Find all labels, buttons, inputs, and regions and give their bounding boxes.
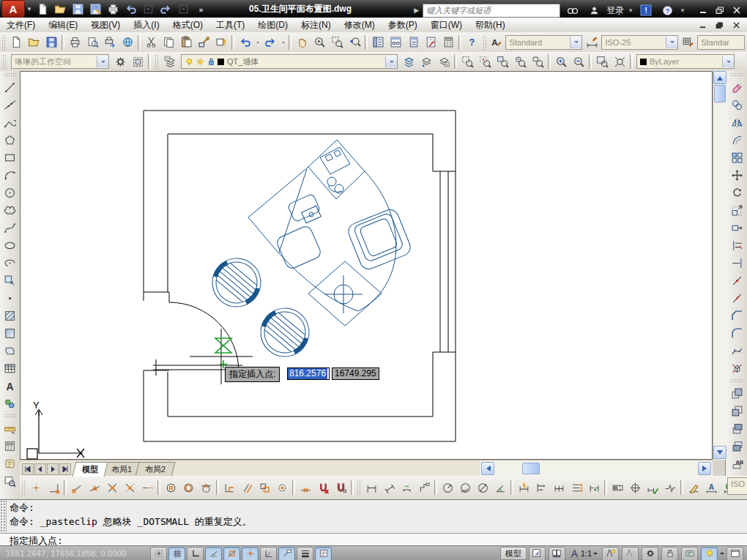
undo-icon[interactable] [236,34,253,51]
horizontal-scroll-thumb[interactable] [522,463,540,474]
mirror-icon[interactable] [728,113,746,131]
menu-item-6[interactable]: 绘图(D) [251,18,294,33]
status-toggle-lwt[interactable] [297,547,313,560]
zoomdyn-icon[interactable] [476,53,494,70]
toolbar-grip[interactable] [1,35,6,50]
toolbar-grip[interactable] [4,414,17,418]
pan-icon[interactable] [293,34,311,51]
hatch-icon[interactable] [1,307,19,324]
xline-icon[interactable] [1,96,19,113]
pline-icon[interactable] [1,113,19,131]
dim-style-combo[interactable]: ISO-25 [601,35,678,50]
toolbar-grip[interactable] [730,378,743,383]
copyclip-icon[interactable] [160,34,177,51]
spline-icon[interactable] [1,219,19,236]
clean-screen-icon[interactable] [726,547,743,560]
vertical-scroll-thumb[interactable] [714,85,726,102]
table-style-combo[interactable]: Standar [697,35,745,50]
inspect-icon[interactable] [644,479,661,496]
login-chevron-icon[interactable]: ▼ [628,7,633,14]
donut-icon[interactable] [1,395,19,412]
tab-first-icon[interactable] [22,463,34,475]
annotation-autoscale-icon[interactable] [622,547,639,560]
zoomwin-icon[interactable] [328,34,346,51]
circle-icon[interactable] [1,184,19,201]
zoomscale-icon[interactable] [494,53,511,70]
menu-item-11[interactable]: 帮助(H) [469,18,512,33]
dim-style-dropdown-icon[interactable] [666,37,677,48]
menu-item-9[interactable]: 参数(P) [382,18,424,33]
scrollsheet-icon[interactable] [1,455,19,472]
tolerance-icon[interactable]: 1 [609,479,626,496]
array-icon[interactable] [728,149,746,166]
layer-combo[interactable]: QT_墙体 [181,54,398,69]
status-toggle-ducs[interactable] [260,547,277,560]
markup-icon[interactable] [422,34,439,51]
tab-last-icon[interactable] [59,463,71,475]
status-toggle-grid[interactable] [168,547,185,560]
status-toggle-polar[interactable] [205,547,222,560]
dropdown-chevron-icon[interactable] [253,35,261,50]
insertsnap-icon[interactable] [256,479,273,496]
user-icon[interactable] [585,1,603,19]
dimordinate-icon[interactable] [415,479,433,496]
layer-color-swatch[interactable] [218,59,224,65]
point-icon[interactable] [1,289,19,307]
status-toggle-ortho[interactable] [187,547,204,560]
workspace-toolbar-grip[interactable] [2,54,7,69]
zoomout-icon[interactable] [570,53,587,70]
save-icon[interactable] [42,34,60,51]
measure-icon[interactable] [1,419,19,437]
help-chevron-icon[interactable]: ▼ [680,7,685,14]
dynamic-input-x-field[interactable]: 816.2576 [287,367,330,380]
dropdown-chevron-icon[interactable] [279,35,287,50]
plot-icon[interactable] [101,34,119,51]
layerset-icon[interactable] [435,53,453,70]
horizontal-scrollbar[interactable] [480,460,713,477]
help-icon[interactable]: ? [463,34,480,51]
menu-item-0[interactable]: 文件(F) [0,18,42,33]
stretch-icon[interactable] [728,219,746,236]
scroll-left-button[interactable] [481,462,494,475]
qundo-icon[interactable] [123,1,139,17]
minimize-button[interactable] [695,4,710,16]
rotate-icon[interactable] [728,184,746,201]
dcenter-icon[interactable] [387,34,404,51]
paste-icon[interactable] [177,34,195,51]
vertical-scrollbar[interactable] [713,71,726,460]
new-icon[interactable] [7,34,25,51]
under-icon[interactable] [728,437,746,455]
dimtexta-icon[interactable]: A [702,479,720,496]
quick-view-layouts-icon[interactable] [529,547,546,560]
toolpal-icon[interactable] [404,34,422,51]
status-toggle-snap[interactable] [150,547,167,560]
app-menu-chevron-icon[interactable]: ▼ [26,6,32,12]
viewzoom-icon[interactable] [1,472,19,490]
qdim-icon[interactable] [515,479,532,496]
doc-restore-button[interactable] [712,19,727,31]
dimlinear-icon[interactable] [363,479,380,496]
drawing-canvas[interactable]: Y 指定插入点: 816.2576 16749.295 [20,71,713,460]
layout-tab-布局2[interactable]: 布局2 [135,462,176,477]
toback-icon[interactable] [728,402,746,419]
styles-toolbar-grip[interactable] [483,35,486,50]
nearest-icon[interactable] [297,479,314,496]
scroll-down-button[interactable] [713,446,726,459]
text-style-combo[interactable]: Standard [505,35,582,50]
status-menu-chevron-icon[interactable] [720,553,724,557]
doc-close-button[interactable] [729,19,744,31]
workspace-combo[interactable]: 琳琳的工作空间 [11,54,109,69]
calc-icon[interactable] [439,34,457,51]
dimbreak-icon[interactable] [585,479,603,496]
qdd-icon[interactable] [141,1,157,17]
open-icon[interactable] [25,34,42,51]
copyobj-icon[interactable] [728,96,746,113]
layers-toolbar-grip[interactable] [155,54,159,69]
menu-item-8[interactable]: 修改(M) [338,18,382,33]
menu-item-10[interactable]: 窗口(W) [424,18,469,33]
scroll-right-button[interactable] [698,462,711,475]
wsframe-icon[interactable] [129,53,146,70]
search-input[interactable] [423,4,560,18]
text-style-dropdown-icon[interactable] [570,37,581,48]
tab-next-icon[interactable] [47,463,59,475]
